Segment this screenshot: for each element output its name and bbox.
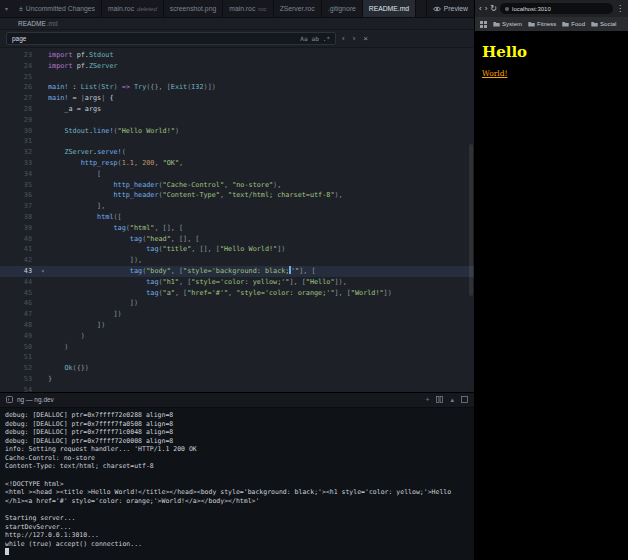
tab-label: README.md xyxy=(369,5,409,12)
code-line-43[interactable]: 43▾ tag("body", ["style='background: bla… xyxy=(0,266,474,277)
token: "no-store" xyxy=(232,181,273,189)
code-line-36[interactable]: 36 http_header("Content-Type", "text/htm… xyxy=(0,190,474,201)
fold-gutter xyxy=(38,136,48,147)
tab-bar-right: Preview xyxy=(426,0,474,17)
tab-main-roc[interactable]: main.rocdeleted xyxy=(102,0,164,17)
token: "style='color: yellow;'" xyxy=(191,278,289,286)
code-text xyxy=(48,115,474,126)
code-line-48[interactable]: 48 ]) xyxy=(0,320,474,331)
code-line-25[interactable]: 25 xyxy=(0,72,474,83)
token: ]) xyxy=(48,321,105,329)
code-text: ]), xyxy=(48,255,474,266)
code-line-53[interactable]: 53} xyxy=(0,374,474,385)
terminal-collapse-icon[interactable]: ▴ xyxy=(450,396,454,404)
terminal-new-button[interactable]: + xyxy=(425,396,429,403)
token: ), xyxy=(334,191,342,199)
token: , [], [ xyxy=(171,235,200,243)
tab--gitignore[interactable]: .gitignore xyxy=(322,0,363,17)
tab-readme-md[interactable]: README.md xyxy=(363,0,416,17)
line-number: 25 xyxy=(0,72,38,83)
bookmark-system[interactable]: System xyxy=(493,21,522,27)
code-line-30[interactable]: 30 Stdout.line!("Hello World!") xyxy=(0,126,474,137)
code-line-42[interactable]: 42 ]), xyxy=(0,255,474,266)
code-line-26[interactable]: 26main! : List(Str) => Try({}, [Exit(I32… xyxy=(0,82,474,93)
fold-gutter xyxy=(38,255,48,266)
code-line-33[interactable]: 33 http_resp(1.1, 200, "OK", xyxy=(0,158,474,169)
breadcrumb[interactable]: README .md xyxy=(0,18,474,29)
code-line-41[interactable]: 41 tag("title", [], ["Hello World!"]) xyxy=(0,244,474,255)
case-sensitive-icon[interactable]: Aa xyxy=(300,35,307,42)
preview-button[interactable]: Preview xyxy=(433,5,468,12)
code-text: tag("head", [], [ xyxy=(48,234,474,245)
code-line-45[interactable]: 45 tag("a", ["href='#'", "style='color: … xyxy=(0,288,474,299)
terminal-split-icon[interactable] xyxy=(436,396,443,403)
search-prev-button[interactable]: ‹ xyxy=(340,35,347,43)
reload-icon[interactable]: ↻ xyxy=(490,5,497,13)
regex-icon[interactable]: .* xyxy=(323,35,330,42)
editor-scrollbar[interactable] xyxy=(469,144,473,295)
token: ]) xyxy=(48,310,122,318)
terminal-line: </h1><a href='#' style='color: orange;'>… xyxy=(5,497,469,506)
fold-gutter xyxy=(38,93,48,104)
code-line-54[interactable]: 54 xyxy=(0,385,474,392)
line-number: 41 xyxy=(0,244,38,255)
code-line-34[interactable]: 34 [ xyxy=(0,169,474,180)
code-text: ], xyxy=(48,201,474,212)
code-line-27[interactable]: 27main! = |args| { xyxy=(0,93,474,104)
code-line-29[interactable]: 29 xyxy=(0,115,474,126)
address-bar[interactable]: localhost:3010 xyxy=(500,3,613,14)
code-line-39[interactable]: 39 tag("html", [], [ xyxy=(0,223,474,234)
token: "body" xyxy=(146,267,171,275)
token: http_header xyxy=(113,191,158,199)
code-line-23[interactable]: 23import pf.Stdout xyxy=(0,50,474,61)
bookmark-food[interactable]: Food xyxy=(562,21,585,27)
page-link[interactable]: World! xyxy=(482,69,508,78)
line-number: 53 xyxy=(0,374,38,385)
tab-screenshot-png[interactable]: screenshot.png xyxy=(164,0,223,17)
token: ], xyxy=(48,202,105,210)
line-number: 35 xyxy=(0,180,38,191)
line-number: 40 xyxy=(0,234,38,245)
menu-icon[interactable]: ⋮ xyxy=(616,5,624,13)
preview-label: Preview xyxy=(444,5,468,12)
code-line-35[interactable]: 35 http_header("Cache-Control", "no-stor… xyxy=(0,180,474,191)
code-line-38[interactable]: 38 html([ xyxy=(0,212,474,223)
terminal-maximize-icon[interactable] xyxy=(461,396,468,403)
code-text: tag("h1", ["style='color: yellow;'"], ["… xyxy=(48,277,474,288)
code-editor[interactable]: 23import pf.Stdout24import pf.ZServer252… xyxy=(0,48,474,392)
terminal-title[interactable]: ng — ng.dev xyxy=(17,396,54,403)
code-line-52[interactable]: 52 Ok({}) xyxy=(0,363,474,374)
code-line-24[interactable]: 24import pf.ZServer xyxy=(0,61,474,72)
code-line-44[interactable]: 44 tag("h1", ["style='color: yellow;'"],… xyxy=(0,277,474,288)
line-number: 29 xyxy=(0,115,38,126)
code-line-51[interactable]: 51 xyxy=(0,352,474,363)
forward-icon[interactable]: › xyxy=(485,5,488,13)
search-input[interactable]: page Aaab.* xyxy=(6,32,336,45)
code-line-49[interactable]: 49 ) xyxy=(0,331,474,342)
code-line-37[interactable]: 37 ], xyxy=(0,201,474,212)
search-next-button[interactable]: › xyxy=(351,35,358,43)
code-line-31[interactable]: 31 xyxy=(0,136,474,147)
tab-zserver-roc[interactable]: ZServer.roc xyxy=(274,0,322,17)
search-close-button[interactable]: × xyxy=(361,35,370,43)
fold-gutter xyxy=(38,104,48,115)
whole-word-icon[interactable]: ab xyxy=(312,35,319,42)
code-text: ZServer.serve!( xyxy=(48,147,474,158)
back-icon[interactable]: ‹ xyxy=(479,5,482,13)
bookmark-fitness[interactable]: Fitness xyxy=(528,21,556,27)
bookmark-social[interactable]: Social xyxy=(591,21,616,27)
token: ({}) xyxy=(73,364,89,372)
code-line-28[interactable]: 28 _a = args xyxy=(0,104,474,115)
tab-main-roc[interactable]: main.rocroc xyxy=(223,0,273,17)
apps-grid-icon[interactable] xyxy=(480,21,487,28)
code-line-47[interactable]: 47 ]) xyxy=(0,309,474,320)
code-line-40[interactable]: 40 tag("head", [], [ xyxy=(0,234,474,245)
fold-chevron-icon[interactable]: ▾ xyxy=(38,266,48,277)
code-line-32[interactable]: 32 ZServer.serve!( xyxy=(0,147,474,158)
tab-uncommitted-changes[interactable]: ±Uncommitted Changes xyxy=(13,0,102,17)
panel-toggle-icon[interactable]: ▾ xyxy=(0,0,13,17)
code-line-46[interactable]: 46 ]) xyxy=(0,298,474,309)
code-line-50[interactable]: 50 ) xyxy=(0,342,474,353)
token: List xyxy=(81,83,97,91)
terminal-output[interactable]: debug: [DEALLOC] ptr=0x7ffff72e0288 alig… xyxy=(0,408,474,560)
